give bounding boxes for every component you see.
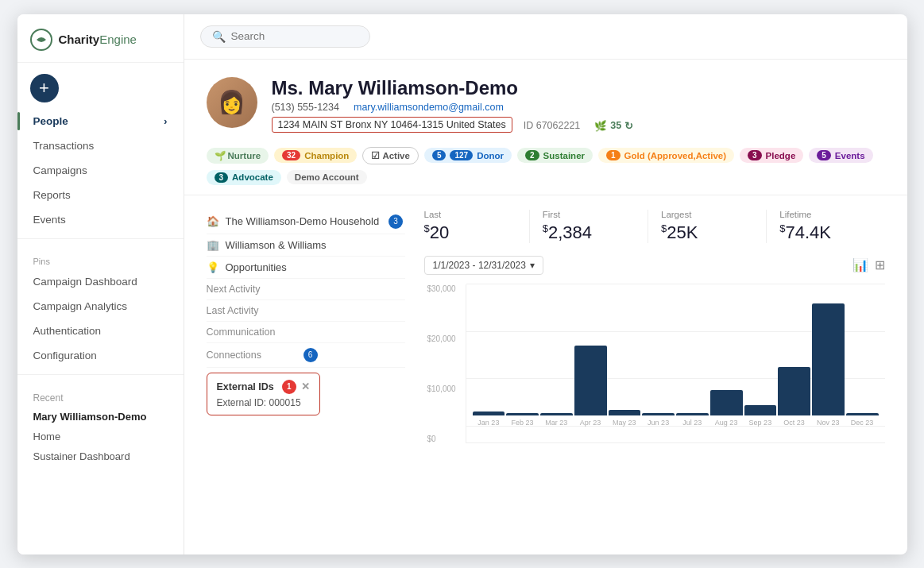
bar-label: Jan 23 <box>477 419 499 427</box>
grid-icon[interactable]: ⊞ <box>875 257 885 272</box>
bar-chart-container: $30,000 $20,000 $10,000 $0 Jan <box>466 284 885 443</box>
recent-sustainer-dashboard[interactable]: Sustainer Dashboard <box>17 446 184 466</box>
logo-text: CharityEngine <box>59 33 137 46</box>
bar-chart-icon[interactable]: 📊 <box>852 257 868 272</box>
bar-label: Aug 23 <box>715 419 738 427</box>
chevron-down-icon: ▾ <box>530 260 535 271</box>
bar-label: Nov 23 <box>817 419 840 427</box>
bar-group: Jul 23 <box>676 413 709 427</box>
chart-yaxis: $30,000 $20,000 $10,000 $0 <box>427 284 456 443</box>
next-activity-row[interactable]: Next Activity <box>207 279 405 300</box>
last-activity-row[interactable]: Last Activity <box>207 300 405 322</box>
pin-configuration[interactable]: Configuration <box>17 343 184 368</box>
household-icon: 🏠 <box>207 215 219 227</box>
lightbulb-icon: 💡 <box>207 261 219 273</box>
org-row[interactable]: 🏢 Williamson & Williams <box>207 234 405 257</box>
recent-label: Recent <box>17 381 184 407</box>
pin-authentication[interactable]: Authentication <box>17 319 184 343</box>
date-filter-row: 1/1/2023 - 12/31/2023 ▾ 📊 ⊞ <box>424 256 885 275</box>
leaf-icon: 🌿 <box>594 120 607 132</box>
external-ids-header: External IDs 1 ✕ <box>217 380 310 394</box>
bar-label: Mar 23 <box>545 419 567 427</box>
nav-campaigns[interactable]: Campaigns <box>17 158 184 183</box>
pins-label: Pins <box>17 245 184 269</box>
bar <box>506 413 539 415</box>
bar-group: Jan 23 <box>473 412 505 427</box>
household-row[interactable]: 🏠 The Williamson-Demo Household 3 <box>207 210 405 234</box>
pin-campaign-analytics[interactable]: Campaign Analytics <box>17 294 184 319</box>
nav-people[interactable]: People › <box>17 109 184 133</box>
divider <box>17 238 184 239</box>
stats-row: Last $20 First $2,384 Largest $25K Lifet… <box>424 210 885 243</box>
tag-advocate[interactable]: 3 Advocate <box>207 170 281 185</box>
chevron-right-icon: › <box>164 115 168 127</box>
tag-donor[interactable]: 5127 Donor <box>424 148 512 163</box>
recent-home[interactable]: Home <box>17 427 184 446</box>
bar <box>676 413 709 415</box>
sidebar: CharityEngine + People › Transactions Ca… <box>17 14 184 554</box>
logo-icon <box>30 29 52 51</box>
nav-reports[interactable]: Reports <box>17 183 184 207</box>
bar-label: May 23 <box>613 419 636 427</box>
bar-group: Dec 23 <box>846 413 879 427</box>
date-range-select[interactable]: 1/1/2023 - 12/31/2023 ▾ <box>424 256 543 275</box>
external-ids-box: External IDs 1 ✕ External ID: 000015 <box>207 373 320 415</box>
profile-name: Ms. Mary Williamson-Demo <box>272 77 885 99</box>
org-icon: 🏢 <box>207 239 219 251</box>
communication-row[interactable]: Communication <box>207 322 405 343</box>
stat-last: Last $20 <box>424 210 530 243</box>
left-panel: 🏠 The Williamson-Demo Household 3 🏢 Will… <box>207 210 405 443</box>
bar-group: Jun 23 <box>642 413 675 427</box>
tag-active[interactable]: ☑ Active <box>362 147 419 164</box>
bar-label: Feb 23 <box>512 419 534 427</box>
content-grid: 🏠 The Williamson-Demo Household 3 🏢 Will… <box>184 195 907 458</box>
bar-label: Oct 23 <box>783 419 805 427</box>
profile-score: 🌿 35 ↻ <box>594 120 633 132</box>
bar <box>778 367 810 415</box>
search-bar[interactable]: 🔍 <box>200 25 370 48</box>
avatar: 👩 <box>207 77 257 128</box>
opportunities-row[interactable]: 💡 Opportunities <box>207 257 405 279</box>
add-button[interactable]: + <box>30 74 59 102</box>
bar <box>846 413 879 415</box>
chart-view-icons: 📊 ⊞ <box>852 257 885 272</box>
profile-phone: (513) 555-1234 <box>272 102 339 113</box>
tag-demo[interactable]: Demo Account <box>287 170 367 184</box>
profile-email: mary.williamsondemo@gmail.com <box>354 102 504 113</box>
tag-sustainer[interactable]: 2 Sustainer <box>517 148 593 163</box>
bar <box>812 303 845 415</box>
main-content: 🔍 👩 Ms. Mary Williamson-Demo (513) 555-1… <box>184 14 907 554</box>
profile-contact: (513) 555-1234 mary.williamsondemo@gmail… <box>272 102 885 113</box>
nav-transactions[interactable]: Transactions <box>17 133 184 158</box>
bar-label: Sep 23 <box>749 419 772 427</box>
bar-group: Oct 23 <box>778 367 810 427</box>
search-icon: 🔍 <box>212 30 226 43</box>
external-ids-close[interactable]: ✕ <box>301 381 310 392</box>
tag-gold[interactable]: 1 Gold (Approved,Active) <box>598 148 734 163</box>
profile-info: Ms. Mary Williamson-Demo (513) 555-1234 … <box>272 77 885 133</box>
refresh-icon[interactable]: ↻ <box>624 120 633 132</box>
tag-events[interactable]: 5 Events <box>809 148 872 163</box>
profile-header: 👩 Ms. Mary Williamson-Demo (513) 555-123… <box>184 60 907 139</box>
tag-champion[interactable]: 32 Champion <box>274 148 357 163</box>
bar-group: Nov 23 <box>812 303 845 427</box>
tags-bar: 🌱 Nurture 32 Champion ☑ Active 5127 Dono… <box>184 139 907 195</box>
check-icon: ☑ <box>371 150 380 161</box>
stat-lifetime: Lifetime $74.4K <box>767 210 884 243</box>
bar <box>473 412 505 415</box>
bar-group: Feb 23 <box>506 413 539 427</box>
recent-mary[interactable]: Mary Williamson-Demo <box>17 407 184 427</box>
chart-bars: Jan 23Feb 23Mar 23Apr 23May 23Jun 23Jul … <box>466 284 885 427</box>
topbar: 🔍 <box>184 14 907 60</box>
divider2 <box>17 374 184 375</box>
nav-events[interactable]: Events <box>17 207 184 232</box>
bar-label: Apr 23 <box>580 419 601 427</box>
bar-label: Jun 23 <box>648 419 669 427</box>
pin-campaign-dashboard[interactable]: Campaign Dashboard <box>17 269 184 294</box>
tag-pledge[interactable]: 3 Pledge <box>740 148 803 163</box>
bar-label: Dec 23 <box>851 419 874 427</box>
bar <box>642 413 675 415</box>
search-input[interactable] <box>231 30 358 42</box>
tag-nurture[interactable]: 🌱 Nurture <box>207 148 269 164</box>
connections-row[interactable]: Connections 6 <box>207 343 405 368</box>
